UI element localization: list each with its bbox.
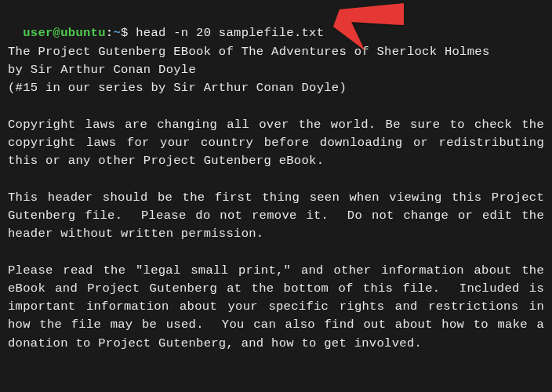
blank-line <box>8 353 544 371</box>
blank-line <box>8 243 544 261</box>
output-paragraph-1: Copyright laws are changing all over the… <box>8 116 544 171</box>
command-text: head -n 20 samplefile.txt <box>136 26 324 40</box>
prompt-at: @ <box>53 26 61 40</box>
output-line-1: The Project Gutenberg EBook of The Adven… <box>8 43 544 61</box>
prompt-user: user <box>23 26 53 40</box>
prompt-host: ubuntu <box>60 26 106 40</box>
prompt-path: ~ <box>113 26 121 40</box>
prompt-line-1[interactable]: user@ubuntu:~$ head -n 20 samplefile.txt <box>8 6 544 43</box>
output-line-welcome: **Welcome To The World of Free Plain Van… <box>8 389 544 392</box>
output-paragraph-2: This header should be the first thing se… <box>8 189 544 244</box>
blank-line <box>8 97 544 115</box>
output-line-3: (#15 in our series by Sir Arthur Conan D… <box>8 79 544 97</box>
blank-line <box>8 371 544 389</box>
output-line-2: by Sir Arthur Conan Doyle <box>8 61 544 79</box>
output-paragraph-3: Please read the "legal small print," and… <box>8 262 544 353</box>
blank-line <box>8 170 544 188</box>
prompt-colon: : <box>106 26 114 40</box>
prompt-dollar: $ <box>121 26 136 40</box>
